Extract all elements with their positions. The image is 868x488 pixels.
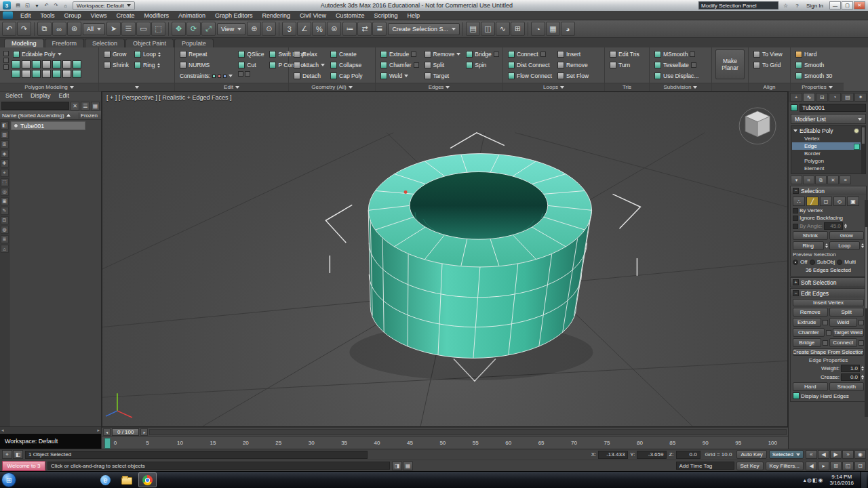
selection-rollout-header[interactable]: − Selection bbox=[791, 186, 866, 195]
ring-spinner[interactable] bbox=[157, 63, 160, 68]
menu-item[interactable]: Edit bbox=[16, 11, 36, 20]
stack-subobject-item[interactable]: Element bbox=[792, 165, 861, 172]
tab-populate[interactable]: Populate bbox=[174, 39, 214, 47]
remove-button[interactable]: Remove bbox=[423, 49, 462, 59]
hard-button[interactable]: Hard bbox=[794, 49, 833, 59]
use-displacement-button[interactable]: Use Displac... bbox=[653, 71, 700, 81]
menu-item[interactable]: Views bbox=[86, 11, 112, 20]
by-angle-checkbox[interactable] bbox=[793, 224, 798, 229]
by-vertex-checkbox[interactable] bbox=[793, 208, 798, 214]
explorer-tool-icon[interactable]: ▣ bbox=[1, 197, 9, 205]
remove-button[interactable]: Remove bbox=[793, 308, 828, 317]
insert-loop-button[interactable]: Insert bbox=[556, 49, 590, 59]
explorer-tool-icon[interactable]: ≣ bbox=[1, 235, 9, 243]
nurms-button[interactable]: NURMS bbox=[178, 60, 234, 70]
lightbulb-icon[interactable] bbox=[854, 128, 859, 134]
welcome-button[interactable]: Welcome to 3 bbox=[2, 461, 45, 471]
subobject-mode-icon[interactable] bbox=[22, 60, 31, 68]
split-button[interactable]: Split bbox=[829, 308, 865, 317]
close-button[interactable]: ✕ bbox=[854, 1, 865, 9]
explorer-tool-icon[interactable]: ◎ bbox=[1, 188, 9, 196]
chamfer-button[interactable]: Chamfer bbox=[379, 60, 420, 70]
poly-tool-icon[interactable] bbox=[12, 70, 20, 78]
viewport-nav-icon[interactable]: ⊡ bbox=[854, 462, 866, 470]
group-label-edit[interactable]: Edit bbox=[175, 83, 288, 91]
menu-item[interactable]: Create bbox=[111, 11, 139, 20]
stack-item-editable-poly[interactable]: Editable Poly bbox=[792, 127, 861, 135]
flow-connect-button[interactable]: Flow Connect bbox=[507, 71, 553, 81]
tube-object[interactable] bbox=[349, 154, 593, 381]
menu-item[interactable]: Civil View bbox=[295, 11, 331, 20]
manager-tool-icon[interactable]: ◫ bbox=[481, 22, 495, 36]
start-button[interactable]: ⊞ bbox=[1, 472, 16, 487]
stack-tool-icon[interactable]: ▾ bbox=[791, 176, 802, 184]
view-cube[interactable] bbox=[739, 108, 776, 144]
menu-item[interactable]: Customize bbox=[331, 11, 370, 20]
command-panel-scrollbar[interactable] bbox=[865, 200, 868, 417]
to-grid-button[interactable]: To Grid bbox=[752, 60, 784, 70]
viewport-nav-icon[interactable]: ▸ bbox=[818, 462, 829, 470]
menu-item[interactable]: Graph Editors bbox=[210, 11, 258, 20]
explorer-menu-edit[interactable]: Edit bbox=[55, 92, 74, 100]
explorer-tool-icon[interactable]: ⊟ bbox=[1, 216, 9, 224]
command-panel-tab-icon[interactable]: + bbox=[790, 93, 802, 102]
z-coordinate-field[interactable]: 0.0 bbox=[676, 451, 701, 459]
subobject-level-icon[interactable]: ◇ bbox=[833, 197, 846, 206]
menu-item[interactable]: Help bbox=[402, 11, 425, 20]
subobject-mode-icon[interactable] bbox=[52, 60, 61, 68]
subobject-mode-icon[interactable] bbox=[32, 60, 41, 68]
time-slider-handle[interactable]: 0 / 100 bbox=[112, 428, 139, 436]
quick-access-icon[interactable]: ▼ bbox=[33, 1, 41, 9]
select-tool-icon[interactable]: ⬚ bbox=[151, 22, 165, 36]
mini-icon[interactable] bbox=[245, 71, 250, 77]
y-coordinate-field[interactable]: -3.659 bbox=[637, 451, 667, 459]
visibility-dot-icon[interactable] bbox=[14, 123, 18, 128]
extrude-button[interactable]: Extrude bbox=[379, 49, 420, 59]
group-label-polygon-modeling[interactable]: Polygon Modeling bbox=[0, 83, 98, 91]
qslice-button[interactable]: QSlice bbox=[237, 49, 265, 59]
turn-button[interactable]: Turn bbox=[608, 60, 641, 70]
poly-tool-icon[interactable] bbox=[32, 70, 41, 78]
angle-value-field[interactable]: 45.0 bbox=[824, 222, 843, 230]
viewport-canvas[interactable] bbox=[102, 92, 787, 426]
mini-icon[interactable] bbox=[238, 71, 243, 77]
snap-toggle-icon[interactable]: % bbox=[312, 22, 326, 36]
editable-poly-button[interactable]: Editable Poly bbox=[12, 49, 81, 59]
subobject-level-icon[interactable]: ∴ bbox=[793, 197, 805, 206]
center-tool-icon[interactable]: ⊕ bbox=[247, 22, 261, 36]
stack-tool-icon[interactable]: ≡ bbox=[840, 176, 851, 184]
transform-tool-icon[interactable]: ⟳ bbox=[186, 22, 201, 36]
playback-control-icon[interactable]: ◀ bbox=[818, 450, 829, 459]
snap-toggle-icon[interactable]: ∠ bbox=[297, 22, 311, 36]
explorer-tool-icon[interactable]: ▥ bbox=[1, 131, 9, 139]
transform-tool-icon[interactable]: ⤢ bbox=[201, 22, 216, 36]
tab-selection[interactable]: Selection bbox=[85, 39, 125, 47]
create-shape-button[interactable]: Create Shape From Selection bbox=[793, 348, 864, 356]
weight-spinner[interactable] bbox=[861, 366, 864, 371]
status-mini-icon[interactable]: ▦ bbox=[403, 462, 413, 470]
auto-key-button[interactable]: Auto Key bbox=[736, 450, 766, 459]
minimize-button[interactable]: — bbox=[829, 1, 841, 9]
command-panel-tab-icon[interactable]: ∿ bbox=[803, 93, 815, 102]
subobject-mode-icon[interactable] bbox=[42, 60, 51, 68]
loop-button[interactable]: Loop bbox=[133, 49, 162, 59]
show-desktop-button[interactable] bbox=[861, 472, 867, 488]
attach-button[interactable]: Attach bbox=[292, 60, 326, 70]
column-name[interactable]: Name (Sorted Ascending) bbox=[0, 113, 79, 119]
object-name-field[interactable]: Tube001 bbox=[800, 104, 866, 112]
coord-system-dropdown[interactable]: View bbox=[217, 23, 245, 35]
command-panel-tab-icon[interactable]: ✶ bbox=[854, 93, 867, 102]
menu-item[interactable]: Group bbox=[60, 11, 86, 20]
explorer-menu-select[interactable]: Select bbox=[1, 92, 26, 100]
group-label-modify-selection[interactable] bbox=[99, 83, 174, 91]
render-tool-icon[interactable]: ◕ bbox=[561, 22, 575, 36]
quick-access-icon[interactable]: ◱ bbox=[23, 1, 32, 9]
taskbar-item-explorer[interactable] bbox=[117, 472, 136, 487]
hard-button[interactable]: Hard bbox=[793, 382, 828, 391]
explorer-tool-icon[interactable]: ✚ bbox=[1, 159, 9, 167]
ring-button[interactable]: Ring bbox=[133, 60, 162, 70]
mini-icon[interactable] bbox=[3, 51, 9, 56]
explorer-tool-icon[interactable]: ⬚ bbox=[1, 178, 9, 186]
explorer-tool-icon[interactable]: ◍ bbox=[1, 226, 9, 234]
chamfer-button[interactable]: Chamfer bbox=[793, 328, 825, 337]
